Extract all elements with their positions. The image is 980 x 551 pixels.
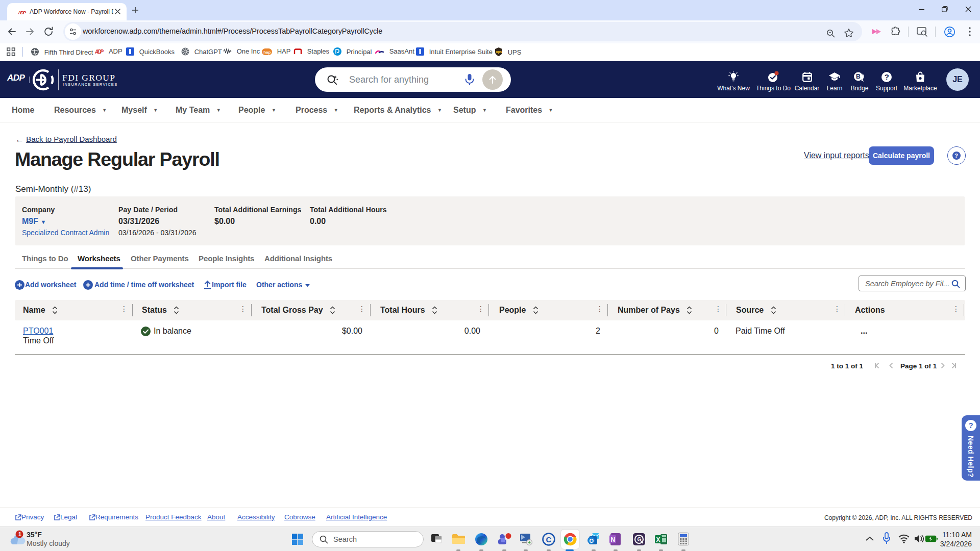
svg-text:hap: hap xyxy=(263,50,271,55)
svg-text:?: ? xyxy=(885,72,889,81)
svg-text:O: O xyxy=(590,538,594,544)
svg-text:1: 1 xyxy=(18,531,21,537)
svg-text:N: N xyxy=(611,536,616,543)
svg-text:ups: ups xyxy=(496,50,502,54)
svg-text:ADP: ADP xyxy=(18,10,27,15)
svg-text:B: B xyxy=(856,73,861,80)
svg-text:G: G xyxy=(638,536,642,542)
svg-text:C: C xyxy=(546,535,552,544)
svg-text:X: X xyxy=(656,536,660,543)
svg-text:ADP: ADP xyxy=(95,49,104,55)
